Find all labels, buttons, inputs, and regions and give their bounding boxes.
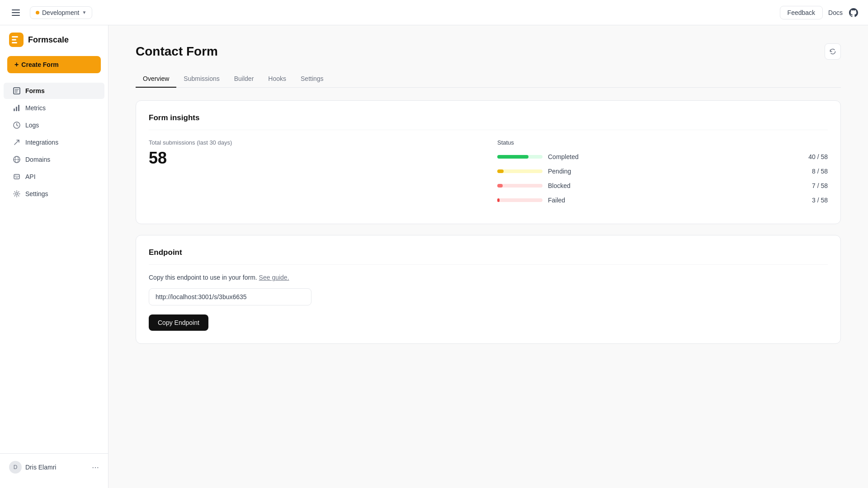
status-row-blocked: Blocked 7 / 58	[497, 182, 828, 189]
domains-icon	[13, 155, 21, 164]
tab-settings[interactable]: Settings	[293, 70, 331, 88]
completed-count: 40 / 58	[808, 153, 828, 160]
failed-bar	[497, 198, 542, 202]
plus-icon: +	[14, 61, 19, 69]
forms-icon	[13, 87, 21, 95]
total-value: 58	[149, 149, 479, 168]
endpoint-card: Endpoint Copy this endpoint to use in yo…	[136, 235, 841, 344]
sidebar-item-integrations[interactable]: Integrations	[4, 134, 104, 150]
app-layout: Formscale + Create Form Forms	[0, 25, 868, 488]
logs-icon	[13, 121, 21, 129]
topbar-left: Development ▼	[9, 6, 92, 19]
pending-bar-fill	[497, 169, 504, 173]
endpoint-url-display: http://localhost:3001/s/3bux6635	[149, 288, 311, 305]
avatar-initial: D	[14, 464, 18, 470]
sidebar-item-domains[interactable]: Domains	[4, 151, 104, 168]
blocked-bar	[497, 184, 542, 188]
environment-selector[interactable]: Development ▼	[30, 6, 92, 19]
metrics-icon	[13, 104, 21, 112]
hamburger-button[interactable]	[9, 7, 23, 19]
chevron-down-icon: ▼	[82, 10, 87, 15]
sidebar-footer: D Dris Elamri ⋯	[0, 453, 108, 481]
blocked-label: Blocked	[548, 182, 807, 189]
sidebar-forms-label: Forms	[25, 87, 45, 94]
pending-bar-bg	[497, 169, 542, 173]
tab-overview[interactable]: Overview	[136, 70, 176, 88]
env-name: Development	[42, 9, 80, 16]
sidebar-item-settings[interactable]: Settings	[4, 186, 104, 202]
completed-label: Completed	[548, 153, 803, 160]
svg-line-14	[14, 140, 19, 145]
status-row-failed: Failed 3 / 58	[497, 197, 828, 204]
see-guide-link[interactable]: See guide.	[259, 274, 289, 281]
tab-builder[interactable]: Builder	[227, 70, 261, 88]
svg-point-20	[16, 193, 18, 195]
pending-label: Pending	[548, 168, 807, 175]
pending-count: 8 / 58	[812, 168, 828, 175]
sidebar: Formscale + Create Form Forms	[0, 25, 108, 488]
user-info: D Dris Elamri	[9, 461, 56, 474]
main-content: Contact Form Overview Submissions Builde…	[108, 25, 868, 488]
failed-count: 3 / 58	[812, 197, 828, 204]
sidebar-metrics-label: Metrics	[25, 104, 46, 112]
svg-rect-8	[14, 108, 15, 111]
settings-icon	[13, 190, 21, 198]
page-title: Contact Form	[136, 44, 218, 59]
tab-submissions[interactable]: Submissions	[176, 70, 226, 88]
blocked-bar-bg	[497, 184, 542, 188]
sidebar-item-metrics[interactable]: Metrics	[4, 100, 104, 116]
insights-card: Form insights Total submissions (last 30…	[136, 100, 841, 224]
svg-rect-3	[12, 42, 17, 43]
copy-endpoint-button[interactable]: Copy Endpoint	[149, 314, 208, 331]
logo-icon	[9, 33, 24, 47]
completed-bar-fill	[497, 155, 528, 159]
tab-hooks[interactable]: Hooks	[261, 70, 293, 88]
endpoint-desc-text: Copy this endpoint to use in your form.	[149, 274, 257, 281]
topbar-right: Feedback Docs	[780, 6, 859, 19]
failed-bar-fill	[497, 198, 500, 202]
svg-rect-1	[12, 36, 18, 38]
app-name: Formscale	[28, 35, 69, 45]
create-form-label: Create Form	[21, 61, 58, 68]
api-icon	[13, 173, 21, 181]
docs-button[interactable]: Docs	[828, 9, 843, 16]
insights-card-title: Form insights	[149, 113, 828, 130]
user-more-button[interactable]: ⋯	[92, 463, 99, 472]
logo: Formscale	[0, 33, 108, 56]
sidebar-integrations-label: Integrations	[25, 139, 58, 146]
status-row-completed: Completed 40 / 58	[497, 153, 828, 160]
total-submissions: Total submissions (last 30 days) 58	[149, 139, 479, 211]
svg-line-13	[17, 125, 18, 126]
topbar: Development ▼ Feedback Docs	[0, 0, 868, 25]
status-section: Status Completed 40 / 58	[497, 139, 828, 211]
feedback-button[interactable]: Feedback	[780, 6, 823, 19]
sidebar-logs-label: Logs	[25, 122, 39, 129]
integrations-icon	[13, 138, 21, 146]
blocked-count: 7 / 58	[812, 182, 828, 189]
sidebar-item-api[interactable]: API	[4, 169, 104, 185]
avatar: D	[9, 461, 22, 474]
github-icon[interactable]	[848, 7, 859, 18]
insights-grid: Total submissions (last 30 days) 58 Stat…	[149, 139, 828, 211]
svg-rect-18	[14, 174, 19, 179]
endpoint-card-title: Endpoint	[149, 248, 828, 265]
sidebar-item-logs[interactable]: Logs	[4, 117, 104, 133]
create-form-button[interactable]: + Create Form	[7, 56, 101, 73]
completed-bar	[497, 155, 542, 159]
refresh-icon	[829, 48, 836, 55]
sidebar-domains-label: Domains	[25, 156, 50, 163]
page-tabs: Overview Submissions Builder Hooks Setti…	[136, 70, 841, 88]
refresh-button[interactable]	[825, 43, 841, 60]
failed-bar-bg	[497, 198, 542, 202]
blocked-bar-fill	[497, 184, 503, 188]
total-label: Total submissions (last 30 days)	[149, 139, 479, 146]
svg-rect-10	[18, 105, 19, 111]
page-header: Contact Form	[136, 43, 841, 60]
sidebar-api-label: API	[25, 173, 36, 180]
pending-bar	[497, 169, 542, 173]
sidebar-item-forms[interactable]: Forms	[4, 83, 104, 99]
status-row-pending: Pending 8 / 58	[497, 168, 828, 175]
svg-rect-9	[16, 107, 17, 111]
user-name: Dris Elamri	[25, 464, 56, 471]
env-dot	[36, 11, 39, 14]
